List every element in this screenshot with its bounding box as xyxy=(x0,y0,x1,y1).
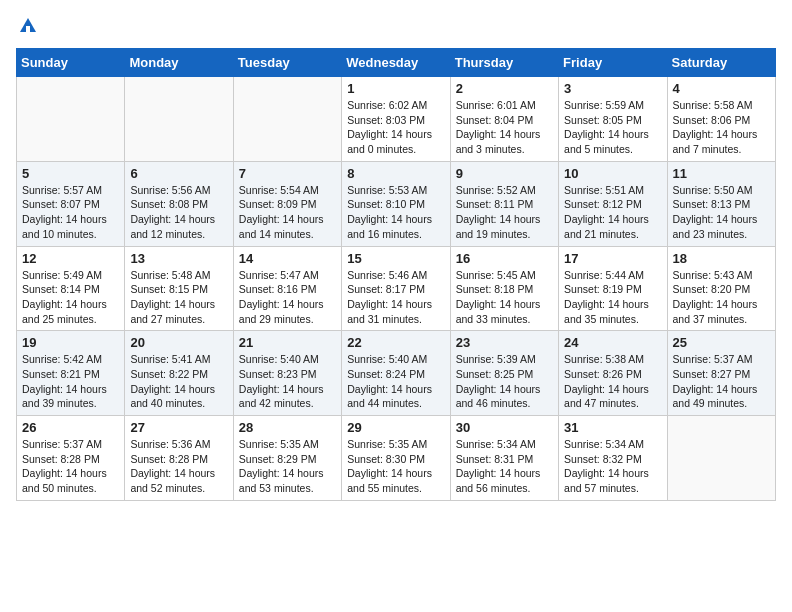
calendar-day-31: 31Sunrise: 5:34 AMSunset: 8:32 PMDayligh… xyxy=(559,416,667,501)
day-number: 26 xyxy=(22,420,119,435)
calendar-day-7: 7Sunrise: 5:54 AMSunset: 8:09 PMDaylight… xyxy=(233,161,341,246)
calendar-day-17: 17Sunrise: 5:44 AMSunset: 8:19 PMDayligh… xyxy=(559,246,667,331)
day-number: 17 xyxy=(564,251,661,266)
weekday-header-thursday: Thursday xyxy=(450,49,558,77)
weekday-header-sunday: Sunday xyxy=(17,49,125,77)
day-info: Sunrise: 5:42 AMSunset: 8:21 PMDaylight:… xyxy=(22,352,119,411)
calendar-day-30: 30Sunrise: 5:34 AMSunset: 8:31 PMDayligh… xyxy=(450,416,558,501)
day-info: Sunrise: 5:40 AMSunset: 8:24 PMDaylight:… xyxy=(347,352,444,411)
calendar-week-row: 26Sunrise: 5:37 AMSunset: 8:28 PMDayligh… xyxy=(17,416,776,501)
calendar-day-4: 4Sunrise: 5:58 AMSunset: 8:06 PMDaylight… xyxy=(667,77,775,162)
day-info: Sunrise: 5:49 AMSunset: 8:14 PMDaylight:… xyxy=(22,268,119,327)
day-number: 28 xyxy=(239,420,336,435)
day-info: Sunrise: 5:39 AMSunset: 8:25 PMDaylight:… xyxy=(456,352,553,411)
calendar-day-13: 13Sunrise: 5:48 AMSunset: 8:15 PMDayligh… xyxy=(125,246,233,331)
day-number: 6 xyxy=(130,166,227,181)
calendar-day-25: 25Sunrise: 5:37 AMSunset: 8:27 PMDayligh… xyxy=(667,331,775,416)
day-info: Sunrise: 5:59 AMSunset: 8:05 PMDaylight:… xyxy=(564,98,661,157)
logo-icon xyxy=(18,16,38,36)
day-info: Sunrise: 5:34 AMSunset: 8:31 PMDaylight:… xyxy=(456,437,553,496)
calendar-day-1: 1Sunrise: 6:02 AMSunset: 8:03 PMDaylight… xyxy=(342,77,450,162)
calendar-day-27: 27Sunrise: 5:36 AMSunset: 8:28 PMDayligh… xyxy=(125,416,233,501)
day-number: 4 xyxy=(673,81,770,96)
calendar-day-26: 26Sunrise: 5:37 AMSunset: 8:28 PMDayligh… xyxy=(17,416,125,501)
day-number: 18 xyxy=(673,251,770,266)
day-number: 16 xyxy=(456,251,553,266)
day-info: Sunrise: 5:51 AMSunset: 8:12 PMDaylight:… xyxy=(564,183,661,242)
page-header xyxy=(16,16,776,36)
svg-rect-1 xyxy=(26,26,30,32)
day-info: Sunrise: 5:44 AMSunset: 8:19 PMDaylight:… xyxy=(564,268,661,327)
day-number: 13 xyxy=(130,251,227,266)
day-number: 22 xyxy=(347,335,444,350)
calendar-week-row: 1Sunrise: 6:02 AMSunset: 8:03 PMDaylight… xyxy=(17,77,776,162)
day-number: 11 xyxy=(673,166,770,181)
day-number: 29 xyxy=(347,420,444,435)
weekday-header-row: SundayMondayTuesdayWednesdayThursdayFrid… xyxy=(17,49,776,77)
day-number: 10 xyxy=(564,166,661,181)
calendar-day-3: 3Sunrise: 5:59 AMSunset: 8:05 PMDaylight… xyxy=(559,77,667,162)
day-info: Sunrise: 5:48 AMSunset: 8:15 PMDaylight:… xyxy=(130,268,227,327)
calendar-week-row: 19Sunrise: 5:42 AMSunset: 8:21 PMDayligh… xyxy=(17,331,776,416)
day-number: 14 xyxy=(239,251,336,266)
calendar-day-10: 10Sunrise: 5:51 AMSunset: 8:12 PMDayligh… xyxy=(559,161,667,246)
calendar-week-row: 5Sunrise: 5:57 AMSunset: 8:07 PMDaylight… xyxy=(17,161,776,246)
day-info: Sunrise: 5:50 AMSunset: 8:13 PMDaylight:… xyxy=(673,183,770,242)
day-info: Sunrise: 5:37 AMSunset: 8:27 PMDaylight:… xyxy=(673,352,770,411)
calendar-empty-cell xyxy=(125,77,233,162)
day-number: 5 xyxy=(22,166,119,181)
day-info: Sunrise: 5:54 AMSunset: 8:09 PMDaylight:… xyxy=(239,183,336,242)
weekday-header-monday: Monday xyxy=(125,49,233,77)
day-info: Sunrise: 5:52 AMSunset: 8:11 PMDaylight:… xyxy=(456,183,553,242)
calendar-empty-cell xyxy=(17,77,125,162)
day-info: Sunrise: 5:56 AMSunset: 8:08 PMDaylight:… xyxy=(130,183,227,242)
day-number: 24 xyxy=(564,335,661,350)
calendar-day-12: 12Sunrise: 5:49 AMSunset: 8:14 PMDayligh… xyxy=(17,246,125,331)
day-info: Sunrise: 5:35 AMSunset: 8:30 PMDaylight:… xyxy=(347,437,444,496)
day-number: 25 xyxy=(673,335,770,350)
day-info: Sunrise: 5:46 AMSunset: 8:17 PMDaylight:… xyxy=(347,268,444,327)
day-number: 27 xyxy=(130,420,227,435)
calendar-day-8: 8Sunrise: 5:53 AMSunset: 8:10 PMDaylight… xyxy=(342,161,450,246)
day-info: Sunrise: 5:37 AMSunset: 8:28 PMDaylight:… xyxy=(22,437,119,496)
day-number: 30 xyxy=(456,420,553,435)
day-info: Sunrise: 5:38 AMSunset: 8:26 PMDaylight:… xyxy=(564,352,661,411)
logo xyxy=(16,16,38,36)
day-info: Sunrise: 5:57 AMSunset: 8:07 PMDaylight:… xyxy=(22,183,119,242)
day-info: Sunrise: 5:36 AMSunset: 8:28 PMDaylight:… xyxy=(130,437,227,496)
day-info: Sunrise: 5:41 AMSunset: 8:22 PMDaylight:… xyxy=(130,352,227,411)
day-info: Sunrise: 5:53 AMSunset: 8:10 PMDaylight:… xyxy=(347,183,444,242)
day-info: Sunrise: 5:34 AMSunset: 8:32 PMDaylight:… xyxy=(564,437,661,496)
day-number: 8 xyxy=(347,166,444,181)
calendar-day-24: 24Sunrise: 5:38 AMSunset: 8:26 PMDayligh… xyxy=(559,331,667,416)
calendar-empty-cell xyxy=(667,416,775,501)
calendar-day-11: 11Sunrise: 5:50 AMSunset: 8:13 PMDayligh… xyxy=(667,161,775,246)
day-info: Sunrise: 5:40 AMSunset: 8:23 PMDaylight:… xyxy=(239,352,336,411)
calendar-day-23: 23Sunrise: 5:39 AMSunset: 8:25 PMDayligh… xyxy=(450,331,558,416)
calendar-day-15: 15Sunrise: 5:46 AMSunset: 8:17 PMDayligh… xyxy=(342,246,450,331)
day-info: Sunrise: 5:35 AMSunset: 8:29 PMDaylight:… xyxy=(239,437,336,496)
day-number: 7 xyxy=(239,166,336,181)
day-number: 12 xyxy=(22,251,119,266)
calendar-day-16: 16Sunrise: 5:45 AMSunset: 8:18 PMDayligh… xyxy=(450,246,558,331)
calendar-empty-cell xyxy=(233,77,341,162)
day-info: Sunrise: 6:01 AMSunset: 8:04 PMDaylight:… xyxy=(456,98,553,157)
calendar-day-2: 2Sunrise: 6:01 AMSunset: 8:04 PMDaylight… xyxy=(450,77,558,162)
day-info: Sunrise: 5:45 AMSunset: 8:18 PMDaylight:… xyxy=(456,268,553,327)
day-number: 20 xyxy=(130,335,227,350)
day-number: 3 xyxy=(564,81,661,96)
calendar-day-6: 6Sunrise: 5:56 AMSunset: 8:08 PMDaylight… xyxy=(125,161,233,246)
calendar-day-9: 9Sunrise: 5:52 AMSunset: 8:11 PMDaylight… xyxy=(450,161,558,246)
calendar-day-29: 29Sunrise: 5:35 AMSunset: 8:30 PMDayligh… xyxy=(342,416,450,501)
day-info: Sunrise: 5:43 AMSunset: 8:20 PMDaylight:… xyxy=(673,268,770,327)
day-number: 9 xyxy=(456,166,553,181)
day-info: Sunrise: 6:02 AMSunset: 8:03 PMDaylight:… xyxy=(347,98,444,157)
calendar-day-21: 21Sunrise: 5:40 AMSunset: 8:23 PMDayligh… xyxy=(233,331,341,416)
calendar-day-18: 18Sunrise: 5:43 AMSunset: 8:20 PMDayligh… xyxy=(667,246,775,331)
day-number: 15 xyxy=(347,251,444,266)
day-number: 1 xyxy=(347,81,444,96)
day-number: 23 xyxy=(456,335,553,350)
calendar-day-28: 28Sunrise: 5:35 AMSunset: 8:29 PMDayligh… xyxy=(233,416,341,501)
day-info: Sunrise: 5:58 AMSunset: 8:06 PMDaylight:… xyxy=(673,98,770,157)
day-info: Sunrise: 5:47 AMSunset: 8:16 PMDaylight:… xyxy=(239,268,336,327)
